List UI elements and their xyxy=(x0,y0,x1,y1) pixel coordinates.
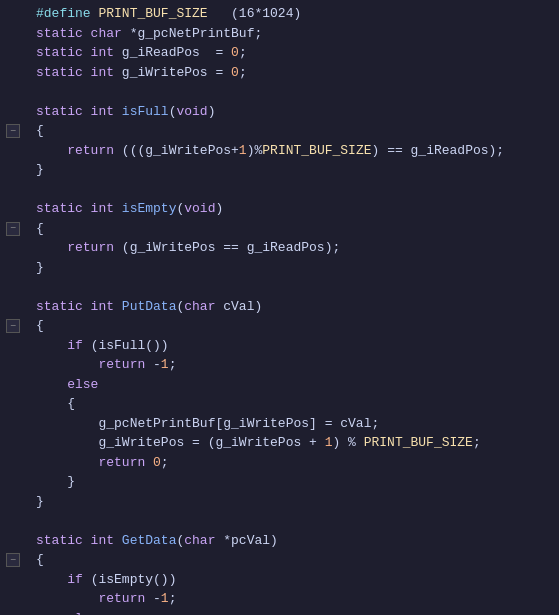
token-plain: (g_iWritePos == g_iReadPos); xyxy=(122,240,340,255)
code-line: return -1; xyxy=(36,589,551,609)
token-plain: } xyxy=(36,162,44,177)
token-macro: PRINT_BUF_SIZE xyxy=(262,143,371,158)
token-plain: } xyxy=(36,494,44,509)
code-line: else xyxy=(36,375,551,395)
code-line: static int GetData(char *pcVal) xyxy=(36,531,551,551)
token-plain: ; xyxy=(473,435,481,450)
code-line: g_pcNetPrintBuf[g_iWritePos] = cVal; xyxy=(36,414,551,434)
code-line: { xyxy=(36,316,551,336)
code-line xyxy=(36,180,551,200)
token-plain: { xyxy=(36,221,44,236)
token-kw: int xyxy=(91,65,122,80)
fold-marker[interactable]: − xyxy=(6,222,20,236)
token-fn: GetData xyxy=(122,533,177,548)
token-num: 0 xyxy=(153,455,161,470)
token-kw: static xyxy=(36,65,91,80)
token-kw: int xyxy=(91,104,122,119)
token-plain xyxy=(36,435,98,450)
token-plain: ) xyxy=(208,104,216,119)
token-plain xyxy=(36,357,98,372)
token-plain: ) xyxy=(215,201,223,216)
token-kw: int xyxy=(91,299,122,314)
token-kw: else xyxy=(67,611,98,616)
token-kw: return xyxy=(67,143,122,158)
code-line: { xyxy=(36,121,551,141)
code-line: static int g_iReadPos = 0; xyxy=(36,43,551,63)
token-plain: g_iReadPos xyxy=(122,45,208,60)
code-line: return (((g_iWritePos+1)%PRINT_BUF_SIZE)… xyxy=(36,141,551,161)
token-kw: else xyxy=(67,377,98,392)
code-line xyxy=(36,511,551,531)
token-plain: g_pcNetPrintBuf[g_iWritePos] = cVal; xyxy=(98,416,379,431)
code-line xyxy=(36,277,551,297)
code-line: static char *g_pcNetPrintBuf; xyxy=(36,24,551,44)
code-line: static int isFull(void) xyxy=(36,102,551,122)
code-line: } xyxy=(36,472,551,492)
token-plain: ; xyxy=(239,45,247,60)
token-kw: return xyxy=(98,455,153,470)
code-line: #define PRINT_BUF_SIZE (16*1024) xyxy=(36,4,551,24)
token-plain: == xyxy=(379,143,410,158)
token-plain xyxy=(36,455,98,470)
token-num: 0 xyxy=(231,65,239,80)
fold-marker[interactable]: − xyxy=(6,319,20,333)
code-line: static int g_iWritePos = 0; xyxy=(36,63,551,83)
code-line: else xyxy=(36,609,551,616)
token-kw: static xyxy=(36,299,91,314)
token-kw: static xyxy=(36,533,91,548)
token-plain: ; xyxy=(169,357,177,372)
token-plain: { xyxy=(36,123,44,138)
code-line: if (isFull()) xyxy=(36,336,551,356)
token-plain xyxy=(36,396,67,411)
code-line: return 0; xyxy=(36,453,551,473)
token-plain: ; xyxy=(239,65,247,80)
fold-marker[interactable]: − xyxy=(6,553,20,567)
token-plain: ) % xyxy=(332,435,363,450)
token-plain: - xyxy=(153,591,161,606)
code-line: g_iWritePos = (g_iWritePos + 1) % PRINT_… xyxy=(36,433,551,453)
token-plain: g_iWritePos = (g_iWritePos + xyxy=(98,435,324,450)
token-kw: return xyxy=(98,591,153,606)
code-line: { xyxy=(36,394,551,414)
code-area: #define PRINT_BUF_SIZE (16*1024)static c… xyxy=(28,0,559,615)
token-plain: *pcVal) xyxy=(223,533,278,548)
token-plain: { xyxy=(36,552,44,567)
code-line xyxy=(36,82,551,102)
token-plain xyxy=(36,416,98,431)
token-kw: return xyxy=(98,357,153,372)
token-plain xyxy=(36,338,67,353)
token-kw: char xyxy=(184,533,223,548)
token-kw: int xyxy=(91,201,122,216)
token-plain: *g_pcNetPrintBuf; xyxy=(130,26,263,41)
code-line: } xyxy=(36,160,551,180)
gutter: −−−− xyxy=(0,0,28,615)
token-fn: isFull xyxy=(122,104,169,119)
code-line: { xyxy=(36,219,551,239)
token-num: 1 xyxy=(239,143,247,158)
token-plain: cVal) xyxy=(223,299,262,314)
token-plain xyxy=(36,143,67,158)
token-macro: PRINT_BUF_SIZE xyxy=(98,6,207,21)
token-kw: static xyxy=(36,45,91,60)
token-kw: int xyxy=(91,45,122,60)
token-kw: static xyxy=(36,201,91,216)
token-plain xyxy=(36,611,67,616)
code-line: static int PutData(char cVal) xyxy=(36,297,551,317)
token-plain: - xyxy=(153,357,161,372)
token-plain xyxy=(36,591,98,606)
token-plain: g_iWritePos xyxy=(122,65,216,80)
token-plain: } xyxy=(67,474,75,489)
token-plain: (16*1024) xyxy=(208,6,302,21)
token-plain: = xyxy=(208,45,231,60)
fold-marker[interactable]: − xyxy=(6,124,20,138)
token-macro: PRINT_BUF_SIZE xyxy=(364,435,473,450)
token-plain xyxy=(36,474,67,489)
token-plain: ; xyxy=(169,591,177,606)
token-num: 1 xyxy=(161,357,169,372)
token-kw: return xyxy=(67,240,122,255)
token-plain: (isFull()) xyxy=(91,338,169,353)
token-num: 0 xyxy=(231,45,239,60)
token-fn: isEmpty xyxy=(122,201,177,216)
token-plain xyxy=(36,572,67,587)
token-plain: (isEmpty()) xyxy=(91,572,177,587)
